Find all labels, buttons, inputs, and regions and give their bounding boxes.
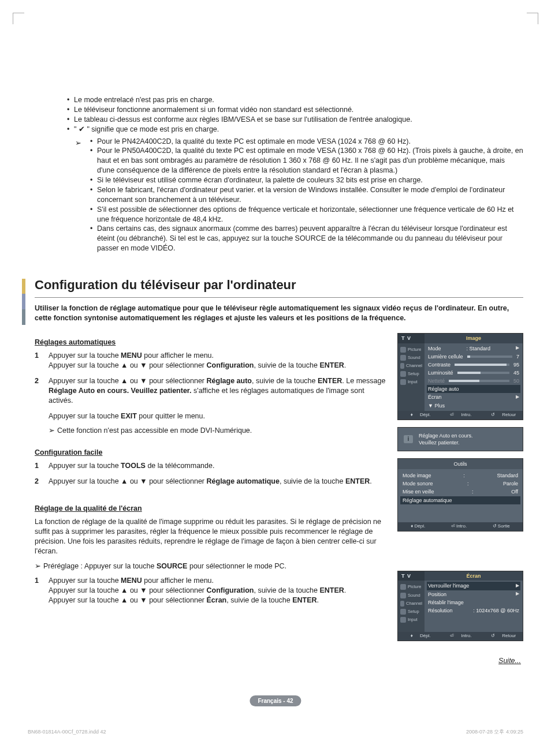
osd-side-sound: Sound (398, 592, 425, 600)
osd-side-input: Input (398, 378, 425, 386)
t: , suivie de la touche (226, 596, 292, 604)
picture-icon (400, 347, 406, 353)
section-marker-icon (22, 279, 25, 325)
t: Appuyer sur la touche (49, 577, 121, 585)
t: pour quitter le menu. (137, 412, 205, 420)
t: pour afficher le menu. (142, 577, 214, 585)
move-icon: ♦ Dépl. (405, 412, 431, 418)
t: Configuration (207, 361, 254, 369)
info-icon: i (404, 435, 413, 443)
t: Contraste (428, 361, 451, 368)
t: Appuyer sur la touche ▲ ou ▼ pour sélect… (49, 586, 207, 594)
bullet: S'il est possible de sélectionner des op… (90, 205, 523, 224)
t: Input (408, 617, 418, 623)
tools-title: Outils (398, 459, 523, 469)
osd-side-sound: Sound (398, 354, 425, 362)
chevron-right-icon: ▶ (516, 591, 519, 597)
sound-icon (400, 593, 406, 598)
t: MENU (121, 351, 142, 360)
osd-footer: ♦ Dépl. ⏎ Intro. ↺ Retour (398, 632, 523, 641)
t: Position (428, 591, 446, 598)
osd-side-setup: Setup (398, 370, 425, 378)
t: Intro. (455, 633, 471, 638)
t: Appuyer sur la touche ▲ ou ▼ pour sélect… (49, 596, 207, 604)
t: ENTER (292, 596, 317, 604)
t: Setup (408, 609, 419, 615)
top-bullet-list: Le mode entrelacé n'est pas pris en char… (67, 95, 523, 134)
step-text: Appuyer sur la touche TOOLS de la téléco… (49, 461, 214, 471)
t: Mode (428, 345, 441, 352)
t: Préréglage : Appuyer sur la touche (43, 562, 157, 570)
t: Configuration (207, 586, 254, 594)
osd-title: Écran (425, 571, 523, 581)
setup-icon (400, 609, 406, 615)
setup-icon (400, 371, 406, 377)
step-number: 2 (35, 376, 43, 406)
tools-footer: ♦ Dépl. ⏎ Intro. ↺ Sortie (398, 522, 523, 531)
osd-side-setup: Setup (398, 608, 425, 616)
enter-icon: ⏎ Intro. (444, 633, 471, 639)
t: . (370, 477, 371, 485)
t: ENTER (345, 477, 370, 485)
t: Intro. (455, 412, 471, 417)
t: Appuyer sur la touche (49, 462, 121, 470)
easy-step-1: 1 Appuyer sur la touche TOOLS de la télé… (35, 461, 386, 471)
osd-side-channel: Channel (398, 600, 425, 608)
t: Dépl. (414, 412, 431, 417)
t: Intro. (456, 523, 467, 529)
osd-tools-menu: Outils Mode image:Standard Mode sonore:P… (397, 458, 523, 532)
print-footer: BN68-01814A-00Cf_0728.indd 42 2008-07-28… (28, 728, 523, 735)
section-intro: Utiliser la fonction de réglage automati… (35, 304, 523, 323)
bullet: Le tableau ci-dessus est conforme aux rè… (67, 115, 523, 125)
t: MENU (121, 577, 142, 585)
t: SOURCE (157, 562, 187, 570)
bullet: Le téléviseur fonctionne anormalement si… (67, 105, 523, 115)
osd-side-picture: Picture (398, 583, 425, 591)
t: Parole (503, 480, 518, 487)
bullet: Le mode entrelacé n'est pas pris en char… (67, 95, 523, 105)
bullet: Si le téléviseur est utilisé comme écran… (90, 175, 523, 185)
step-text: Appuyer sur la touche MENU pour afficher… (49, 351, 346, 370)
sub-bullet-list: Pour le PN42A400C2D, la qualité du texte… (90, 137, 523, 254)
t: Sound (408, 355, 420, 361)
t: , suivie de la touche (252, 377, 318, 385)
move-icon: ♦ Dépl. (411, 523, 425, 530)
t: Mise en veille (403, 488, 434, 495)
t: Picture (408, 584, 421, 590)
t: ▼ Plus (428, 402, 445, 409)
t: , suivie de la touche (280, 477, 345, 485)
t: Rétablir l'image (428, 599, 464, 606)
t: Channel (406, 363, 422, 369)
chevron-right-icon: ▶ (516, 345, 519, 351)
step-number: 1 (35, 351, 43, 370)
t: Appuyer sur la touche (49, 351, 121, 360)
osd-side-channel: Channel (398, 362, 425, 370)
section-config-tv-pc: Configuration du téléviseur par l'ordina… (28, 276, 523, 666)
step-number: 1 (35, 461, 43, 471)
osd-main: Verrouiller l'image▶ Position▶ Rétablir … (425, 581, 523, 632)
t: Setup (408, 371, 419, 377)
bullet: " ✔ " signifie que ce mode est pris en c… (67, 125, 523, 134)
osd-sidebar: Picture Sound Channel Setup Input (398, 581, 425, 632)
t: , suivie de la touche (254, 586, 319, 594)
t: pour sélectionner le mode PC. (187, 562, 286, 570)
t: Dépl. (415, 523, 426, 529)
t: Picture (408, 347, 421, 353)
t: Luminosité (428, 369, 453, 376)
move-icon: ♦ Dépl. (405, 633, 431, 639)
t: Appuyer sur la touche (49, 412, 121, 420)
osd-side-picture: Picture (398, 346, 425, 354)
t: ENTER (319, 361, 344, 369)
t: : Standard (466, 345, 490, 352)
t: Mode sonore (403, 480, 433, 487)
t: Netteté (428, 377, 445, 384)
t: Standard (497, 472, 518, 479)
t: . Le message (342, 377, 385, 385)
step-1: 1 Appuyer sur la touche MENU pour affich… (35, 351, 386, 370)
t: EXIT (121, 412, 137, 420)
t: ENTER (318, 377, 342, 385)
step-number: 2 (35, 477, 43, 486)
easy-step-2: 2 Appuyer sur la touche ▲ ou ▼ pour séle… (35, 477, 386, 486)
t: Retour (496, 633, 516, 638)
page-number-badge: Français - 42 (250, 695, 301, 707)
